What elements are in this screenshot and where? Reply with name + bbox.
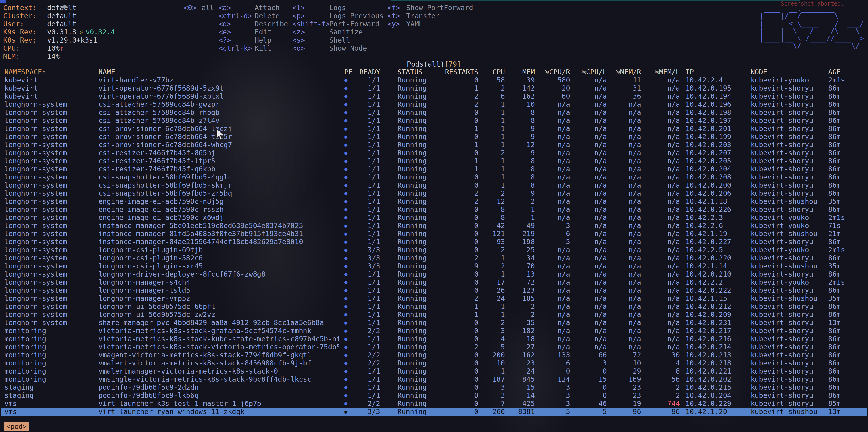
hotkey-port-forward[interactable]: <shift-f>Port-Forward xyxy=(292,20,383,28)
cell-cpu: 4 xyxy=(481,335,507,343)
table-row[interactable]: longhorn-systemlonghorn-ui-56d9b575dc-zw… xyxy=(1,310,867,319)
cell-cpur: n/a xyxy=(537,270,572,278)
table-row[interactable]: kubevirtvirt-operator-6776f5689d-xbtxl●1… xyxy=(1,92,867,100)
cell-meml: n/a xyxy=(643,286,682,294)
cell-cpul: n/a xyxy=(572,230,609,238)
hotkey-attach[interactable]: <a>Attach xyxy=(219,4,288,12)
table-row[interactable]: longhorn-systemcsi-attacher-57689cc84b-z… xyxy=(1,117,867,125)
column-header-mem[interactable]: MEM xyxy=(507,68,537,76)
table-row[interactable]: longhorn-systemlonghorn-csi-plugin-sxr45… xyxy=(1,262,867,270)
table-row[interactable]: monitoringvictoria-metrics-k8s-stack-vic… xyxy=(1,343,867,351)
table-row[interactable]: kubevirtvirt-handler-v77bz●1/1Running058… xyxy=(1,76,867,84)
table-row[interactable]: longhorn-systemlonghorn-csi-plugin-69tjb… xyxy=(1,246,867,254)
table-row[interactable]: longhorn-systemcsi-attacher-57689cc84b-r… xyxy=(1,108,867,117)
breadcrumb-pod[interactable]: <pod> xyxy=(4,422,29,431)
hotkey-sanitize[interactable]: <z>Sanitize xyxy=(292,28,383,36)
hotkey-logs[interactable]: <l>Logs xyxy=(292,4,383,12)
hotkey-shell[interactable]: <s>Shell xyxy=(292,36,383,44)
column-header-name[interactable]: NAME xyxy=(98,68,339,76)
table-row[interactable]: longhorn-systemcsi-provisioner-6c78dcb66… xyxy=(1,133,867,141)
table-row[interactable]: monitoringvmsingle-victoria-metrics-k8s-… xyxy=(1,375,867,383)
cell-name: longhorn-manager-vmp5z xyxy=(98,294,339,302)
cell-memr: n/a xyxy=(609,254,643,262)
column-header-ns[interactable]: NAMESPACE↑ xyxy=(4,68,98,76)
table-row[interactable]: longhorn-systemlonghorn-driver-deployer-… xyxy=(1,270,867,278)
cell-node: kubevirt-shoryu xyxy=(750,254,828,262)
table-row[interactable]: longhorn-systemlonghorn-manager-tsld5●1/… xyxy=(1,286,867,294)
column-header-status[interactable]: STATUS xyxy=(382,68,440,76)
table-row[interactable]: longhorn-systemcsi-resizer-7466f7b45f-lt… xyxy=(1,157,867,165)
table-row[interactable]: longhorn-systemlonghorn-manager-s4ch4●1/… xyxy=(1,278,867,286)
cell-ip: 10.42.0.207 xyxy=(682,149,750,157)
column-header-memr[interactable]: %MEM/R xyxy=(609,68,643,76)
table-row[interactable]: longhorn-systemcsi-snapshotter-58bf69fbd… xyxy=(1,189,867,197)
table-row[interactable]: monitoringvmalertmanager-victoria-metric… xyxy=(1,367,867,375)
top-border-strip xyxy=(392,0,800,1)
column-header-cpu[interactable]: CPU xyxy=(481,68,507,76)
status-dot: ● xyxy=(339,254,359,262)
cell-age: 2m1s xyxy=(828,246,867,254)
hotkey-all[interactable]: <0>all xyxy=(184,4,214,12)
table-row[interactable]: longhorn-systemcsi-attacher-57689cc84b-g… xyxy=(1,100,867,108)
hotkey-describe[interactable]: <d>Describe xyxy=(219,20,288,28)
table-row[interactable]: monitoringvmalert-victoria-metrics-k8s-s… xyxy=(1,359,867,367)
table-row[interactable]: longhorn-systeminstance-manager-84ae2159… xyxy=(1,238,867,246)
table-row[interactable]: longhorn-systemcsi-resizer-7466f7b45f-86… xyxy=(1,149,867,157)
cell-memr: n/a xyxy=(609,327,643,335)
table-row[interactable]: monitoringvmagent-victoria-metrics-k8s-s… xyxy=(1,351,867,359)
table-row[interactable]: longhorn-systemcsi-snapshotter-58bf69fbd… xyxy=(1,181,867,189)
table-row[interactable]: stagingpodinfo-79db68f5c9-2d2dn●1/1Runni… xyxy=(1,383,867,391)
table-row[interactable]: longhorn-systemcsi-provisioner-6c78dcb66… xyxy=(1,141,867,149)
table-row[interactable]: monitoringvictoria-metrics-k8s-stack-kub… xyxy=(1,335,867,343)
cell-mem: 23 xyxy=(507,359,537,367)
column-header-cpur[interactable]: %CPU/R xyxy=(537,68,572,76)
table-row[interactable]: kubevirtvirt-operator-6776f5689d-5zx9t●1… xyxy=(1,84,867,92)
cell-ip: 10.42.0.209 xyxy=(682,310,750,319)
cell-node: kubevirt-shoryu xyxy=(750,270,828,278)
table-row[interactable]: longhorn-systemcsi-snapshotter-58bf69fbd… xyxy=(1,173,867,181)
cell-meml: 2 xyxy=(643,383,682,391)
cell-name: csi-attacher-57689cc84b-gwzpr xyxy=(98,100,339,108)
hotkey-edit[interactable]: <e>Edit xyxy=(219,28,288,36)
table-row[interactable]: longhorn-systemlonghorn-ui-56d9b575dc-66… xyxy=(1,302,867,310)
hotkey-delete[interactable]: <ctrl-d>Delete xyxy=(219,12,288,20)
table-row[interactable]: longhorn-systeminstance-manager-5bc01eeb… xyxy=(1,222,867,230)
cell-restarts: 0 xyxy=(440,375,481,383)
column-header-meml[interactable]: %MEM/L xyxy=(643,68,682,76)
table-row[interactable]: monitoringvictoria-metrics-k8s-stack-gra… xyxy=(1,327,867,335)
column-header-restarts[interactable]: RESTARTS xyxy=(440,68,481,76)
hotkey-yaml[interactable]: <y>YAML xyxy=(388,20,473,28)
table-row[interactable]: longhorn-systemcsi-provisioner-6c78dcb66… xyxy=(1,125,867,133)
hotkey-kill[interactable]: <ctrl-k>Kill xyxy=(219,44,288,52)
hotkey-help[interactable]: <?>Help xyxy=(219,36,288,44)
column-header-ready[interactable]: READY xyxy=(359,68,382,76)
column-header-ip[interactable]: IP xyxy=(682,68,750,76)
cell-memr: n/a xyxy=(609,205,643,213)
cell-ns: longhorn-system xyxy=(4,294,98,302)
cell-ready: 1/1 xyxy=(359,108,382,117)
hotkey-show-portforward[interactable]: <f>Show PortForward xyxy=(388,4,473,12)
table-row[interactable]: longhorn-systemengine-image-ei-acb7590c-… xyxy=(1,213,867,222)
cell-cpur: n/a xyxy=(537,343,572,351)
hotkey-show-node[interactable]: <o>Show Node xyxy=(292,44,383,52)
cell-node: kubevirt-shoryu xyxy=(750,125,828,133)
hotkey-transfer[interactable]: <t>Transfer xyxy=(388,12,473,20)
column-header-node[interactable]: NODE xyxy=(750,68,828,76)
cell-cpur: n/a xyxy=(537,149,572,157)
table-row[interactable]: longhorn-systeminstance-manager-81fd5a40… xyxy=(1,230,867,238)
column-header-cpul[interactable]: %CPU/L xyxy=(572,68,609,76)
column-header-pf[interactable]: PF xyxy=(339,68,359,76)
column-header-age[interactable]: AGE xyxy=(828,68,867,76)
table-row[interactable]: vmsvirt-launcher-ryan-windows-11-zkdqk●3… xyxy=(1,407,867,416)
table-row[interactable]: longhorn-systemcsi-resizer-7466f7b45f-q6… xyxy=(1,165,867,173)
cell-memr: n/a xyxy=(609,173,643,181)
table-row[interactable]: longhorn-systemlonghorn-manager-vmp5z●1/… xyxy=(1,294,867,302)
table-row[interactable]: longhorn-systemengine-image-ei-acb7590c-… xyxy=(1,205,867,213)
table-row[interactable]: longhorn-systemengine-image-ei-acb7590c-… xyxy=(1,197,867,205)
hotkey-logs-previous[interactable]: <p>Logs Previous xyxy=(292,12,383,20)
cell-ready: 1/1 xyxy=(359,367,382,375)
table-row[interactable]: longhorn-systemlonghorn-csi-plugin-582c6… xyxy=(1,254,867,262)
table-row[interactable]: vmsvirt-launcher-k3s-test-1-master-1-j6p… xyxy=(1,399,867,407)
table-row[interactable]: longhorn-systemshare-manager-pvc-4bbd842… xyxy=(1,319,867,327)
table-row[interactable]: stagingpodinfo-79db68f5c9-lkb6q●1/1Runni… xyxy=(1,391,867,399)
